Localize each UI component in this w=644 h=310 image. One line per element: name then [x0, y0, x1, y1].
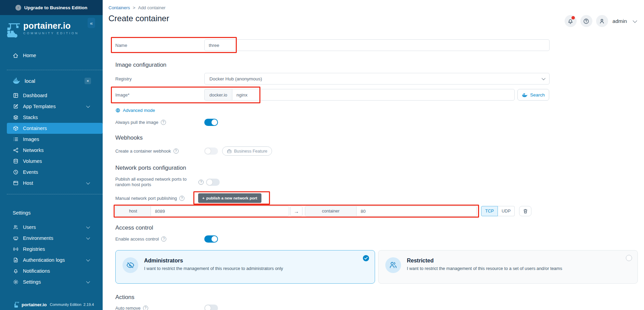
webhook-row: Create a container webhook ? Business Fe… [115, 146, 644, 156]
chevron-down-icon[interactable] [633, 18, 637, 23]
sidebar-item-home[interactable]: Home [0, 50, 103, 61]
container-port-input[interactable] [356, 206, 477, 216]
restricted-card-desc: I want to restrict the management of thi… [407, 266, 562, 271]
publish-new-port-button[interactable]: + publish a new network port [198, 193, 261, 203]
sidebar-item-containers[interactable]: Containers [7, 123, 103, 134]
briefcase-icon [227, 149, 232, 154]
sidebar-footer: portainer.io Community Edition 2.19.4 [0, 301, 103, 308]
sidebar-item-networks[interactable]: Networks [7, 145, 103, 156]
container-addon-label: container [305, 206, 356, 216]
sidebar-collapse-button[interactable]: « [88, 18, 95, 28]
name-input[interactable] [204, 39, 550, 51]
always-pull-row: Always pull the image ? [115, 119, 644, 126]
user-avatar-button[interactable] [596, 15, 608, 27]
enable-access-toggle[interactable] [204, 235, 218, 243]
chevron-down-icon [86, 104, 90, 108]
containers-icon [13, 126, 18, 131]
question-circle-icon [583, 18, 589, 24]
registry-select[interactable]: Docker Hub (anonymous) [204, 73, 550, 85]
image-configuration-heading: Image configuration [115, 62, 644, 68]
enable-access-row: Enable access control ? [115, 235, 644, 243]
sidebar-item-images[interactable]: Images [7, 134, 103, 145]
sidebar-item-host[interactable]: Host [7, 178, 103, 189]
sidebar-item-label: Containers [23, 126, 47, 131]
sidebar-item-authentication-logs[interactable]: Authentication logs [0, 255, 103, 266]
question-circle-icon[interactable]: ? [161, 120, 166, 125]
auto-remove-toggle[interactable] [204, 305, 218, 310]
sidebar-item-events[interactable]: Events [7, 167, 103, 178]
question-circle-icon[interactable]: ? [179, 196, 184, 201]
sidebar-item-label: Events [23, 169, 38, 175]
sidebar-item-label: Environments [23, 235, 53, 241]
advanced-mode-icon [115, 108, 120, 113]
notifications-bell-button[interactable] [565, 15, 577, 27]
events-icon [13, 169, 18, 175]
restricted-card-title: Restricted [407, 258, 562, 264]
always-pull-toggle[interactable] [204, 119, 218, 126]
webhooks-heading: Webhooks [115, 134, 644, 141]
restricted-card[interactable]: Restricted I want to restrict the manage… [378, 250, 638, 284]
sidebar-item-settings[interactable]: Settings [0, 276, 103, 287]
images-icon [13, 137, 18, 142]
portainer-crane-icon [5, 22, 21, 38]
sidebar-item-label: Settings [23, 279, 41, 285]
sidebar-item-users[interactable]: Users [0, 222, 103, 233]
breadcrumb-containers-link[interactable]: Containers [108, 5, 130, 10]
check-circle-icon [363, 255, 369, 261]
chevron-down-icon [86, 280, 90, 283]
question-circle-icon[interactable]: ? [198, 180, 204, 185]
manual-label-wrap: Manual network port publishing ? [115, 196, 184, 201]
logo-area: portainer.io COMMUNITY EDITION « [0, 15, 103, 41]
sidebar-item-stacks[interactable]: Stacks [7, 112, 103, 123]
eye-off-icon [123, 257, 138, 273]
docker-whale-icon [522, 92, 528, 97]
sidebar-item-registries[interactable]: Registries [0, 244, 103, 255]
host-addon-label: host [115, 206, 151, 216]
environment-header[interactable]: local × [7, 75, 103, 87]
image-input[interactable] [232, 89, 515, 101]
udp-button[interactable]: UDP [498, 206, 515, 216]
actions-heading: Actions [115, 294, 644, 301]
host-port-input[interactable] [151, 206, 289, 216]
auto-remove-row: Auto remove ? [115, 305, 644, 310]
sidebar-item-dashboard[interactable]: Dashboard [7, 90, 103, 101]
webhook-toggle[interactable] [204, 147, 218, 155]
topbar-right: admin [565, 15, 638, 27]
users-icon [13, 224, 18, 230]
publish-all-row: Publish all exposed network ports to ran… [115, 177, 644, 188]
environment-name: local [25, 78, 35, 84]
sidebar-item-label: Dashboard [23, 93, 47, 98]
delete-port-button[interactable] [519, 206, 531, 216]
sidebar-item-label: Authentication logs [23, 257, 65, 263]
question-circle-icon[interactable]: ? [161, 236, 166, 242]
publish-button-label: publish a new network port [206, 196, 257, 200]
chevron-down-icon [86, 225, 90, 229]
question-circle-icon[interactable]: ? [173, 148, 179, 154]
container-port-group: container [302, 206, 477, 216]
plus-icon: + [202, 196, 205, 200]
registry-selected-value: Docker Hub (anonymous) [209, 76, 262, 81]
upgrade-banner-label: Upgrade to Business Edition [24, 5, 88, 10]
sidebar-item-notifications[interactable]: Notifications [0, 266, 103, 276]
sidebar-item-environments[interactable]: Environments [0, 233, 103, 244]
administrators-card[interactable]: Administrators I want to restrict the ma… [115, 250, 375, 284]
enable-access-label-wrap: Enable access control ? [115, 236, 204, 242]
sidebar-item-volumes[interactable]: Volumes [7, 156, 103, 167]
admin-username[interactable]: admin [613, 18, 627, 24]
question-circle-icon[interactable]: ? [143, 306, 148, 310]
webhook-label: Create a container webhook [115, 148, 171, 154]
advanced-mode-link[interactable]: Advanced mode [115, 108, 155, 113]
help-button[interactable] [580, 15, 592, 27]
sidebar-item-app-templates[interactable]: App Templates [7, 101, 103, 112]
environment-close-icon[interactable]: × [85, 78, 91, 84]
docker-whale-icon [13, 78, 20, 84]
upgrade-banner[interactable]: ↑ Upgrade to Business Edition [0, 0, 103, 15]
sidebar: ↑ Upgrade to Business Edition portainer.… [0, 0, 103, 310]
logo-subtitle: COMMUNITY EDITION [23, 31, 79, 35]
page-title: Create container [108, 14, 644, 23]
sidebar-settings-header: Settings [13, 210, 103, 216]
webhook-label-wrap: Create a container webhook ? [115, 148, 204, 154]
publish-all-toggle[interactable] [206, 179, 220, 186]
tcp-button[interactable]: TCP [481, 206, 498, 216]
image-search-button[interactable]: Search [517, 89, 549, 101]
